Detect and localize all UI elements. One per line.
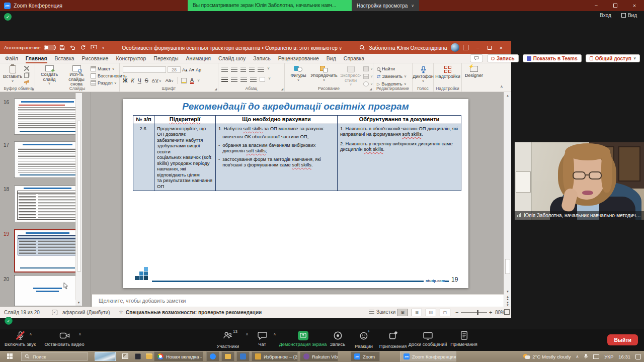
tab-draw[interactable]: Рисование [82, 54, 109, 63]
language-indicator[interactable]: афарский (Джибути) [62, 310, 110, 315]
whiteboards-button[interactable]: Доски сообщений [407, 331, 449, 347]
thumbnail-scroll-down-button[interactable]: ▾ [75, 300, 82, 306]
ppt-close-button[interactable]: × [495, 45, 507, 51]
shapes-button[interactable]: Фигуры∨ [289, 66, 308, 81]
italic-icon[interactable]: К [131, 77, 134, 83]
align-left-icon[interactable] [221, 77, 228, 82]
char-spacing-icon[interactable]: A̲V̲∨ [152, 78, 162, 83]
font-size-box[interactable]: 28 [168, 66, 181, 73]
taskbar-chrome-window[interactable]: Новая вкладка - Go... [154, 351, 203, 361]
tab-record[interactable]: Запись [253, 54, 270, 63]
grow-font-icon[interactable]: А▴ [182, 67, 188, 72]
change-case-icon[interactable]: Aa∨ [166, 78, 174, 83]
zoom-slider-thumb[interactable] [477, 310, 478, 315]
tab-slideshow[interactable]: Слайд-шоу [218, 54, 246, 63]
taskbar-zoom-window[interactable]: zm Zoom [351, 351, 380, 361]
slideshow-icon[interactable] [91, 45, 97, 50]
underline-icon[interactable]: Ч [138, 77, 141, 83]
new-slide-button[interactable]: Создать слайд∨ [37, 65, 61, 85]
thumbnail-scrollbar[interactable] [75, 93, 82, 300]
view-button[interactable]: Вид [621, 13, 637, 18]
zoom-out-button[interactable]: − [455, 309, 458, 315]
arrange-button[interactable]: Упорядочить∨ [310, 66, 338, 81]
notes-pane[interactable]: Щелкните, чтобы добавить заметки [92, 294, 504, 307]
file-explorer-icon[interactable] [146, 353, 152, 359]
tab-file[interactable]: Файл [5, 54, 18, 63]
shape-outline-icon[interactable]: ∨ [363, 74, 373, 79]
ppt-minimize-button[interactable]: − [472, 45, 484, 51]
clear-format-icon[interactable]: Ар [196, 67, 201, 72]
reuse-slides-button[interactable]: Исп-ть слайды снова [63, 65, 90, 87]
minimize-button[interactable]: − [587, 0, 606, 11]
designer-button[interactable]: ⚡ Designer [463, 66, 485, 78]
comment-button[interactable] [470, 54, 483, 62]
paste-button[interactable]: Вставить ∨ [4, 65, 21, 82]
annotations-button[interactable]: Примечания [448, 331, 480, 347]
tray-mic-icon[interactable] [584, 353, 588, 359]
view-options-button[interactable]: Настройки просмотра ∨ [352, 0, 419, 11]
pane-divider[interactable] [91, 92, 91, 307]
scroll-down-icon[interactable]: ▾ [504, 289, 511, 294]
accessibility-status[interactable]: Специальные возможности: проверьте реком… [126, 310, 262, 315]
slide-scrollbar-thumb[interactable] [505, 259, 510, 274]
taskbar-search[interactable]: Поиск [21, 352, 88, 361]
copy-icon[interactable] [24, 73, 29, 78]
tab-help[interactable]: Справка [344, 54, 364, 63]
align-right-icon[interactable] [240, 77, 247, 82]
reading-view-button[interactable]: ▤ [426, 309, 436, 316]
thumbnail-scrollbar-thumb[interactable] [77, 121, 81, 272]
font-dialog-launcher[interactable]: ◢ [214, 87, 217, 90]
taskbar-zoom-app[interactable] [206, 351, 219, 361]
tab-insert[interactable]: Вставка [55, 54, 74, 63]
start-button[interactable] [7, 353, 13, 359]
tray-expand-icon[interactable]: ∧ [576, 354, 579, 359]
autosave-toggle[interactable] [44, 45, 56, 50]
tray-display-icon[interactable] [593, 354, 599, 359]
notes-toggle-button[interactable]: Заметки [369, 309, 395, 315]
tab-view[interactable]: Вид [327, 54, 336, 63]
slide-sorter-view-button[interactable]: ⊞ [412, 309, 422, 316]
tab-home[interactable]: Главная [26, 54, 47, 63]
next-slide-button[interactable]: ▾▾ [504, 301, 511, 306]
clock[interactable]: 16:31 [618, 354, 630, 359]
paragraph-dialog-launcher[interactable]: ◢ [281, 87, 283, 90]
audio-options-chevron-icon[interactable]: ∧ [29, 332, 32, 336]
taskbar-favorites-window[interactable]: Избранное – (22697) [252, 351, 298, 361]
line-spacing-icon[interactable] [258, 67, 264, 72]
avatar[interactable] [451, 43, 459, 52]
task-view-icon[interactable] [122, 353, 128, 359]
undo-icon[interactable] [69, 45, 75, 50]
apps-button[interactable]: Приложения [378, 331, 408, 349]
show-in-teams-button[interactable]: Показать в Teams [523, 54, 582, 62]
strikethrough-icon[interactable]: S [145, 77, 148, 83]
clipboard-dialog-launcher[interactable]: ◢ [31, 87, 34, 90]
notification-center-icon[interactable] [635, 354, 641, 359]
taskbar-viber-window[interactable]: Rakuten Viber [300, 351, 338, 361]
user-name[interactable]: Заболотна Юлія Олександрівна [369, 45, 447, 51]
slideshow-view-button[interactable]: ▢ [440, 309, 450, 316]
record-button[interactable]: Запись [487, 54, 519, 62]
bold-icon[interactable]: Ж [123, 77, 128, 83]
zoom-slider-track[interactable] [461, 312, 487, 313]
font-name-box[interactable] [123, 66, 166, 73]
justify-icon[interactable] [250, 77, 257, 82]
ppt-restore-button[interactable] [488, 45, 492, 51]
highlight-icon[interactable] [181, 78, 187, 83]
increase-indent-icon[interactable] [249, 67, 255, 72]
taskbar-folder-window[interactable] [221, 351, 234, 361]
ribbon-display-icon[interactable] [463, 45, 468, 50]
customize-qat-icon[interactable]: ∨ [102, 46, 104, 50]
participants-button[interactable]: 13 Участники [211, 331, 245, 349]
taskbar-app-window[interactable] [236, 351, 250, 361]
security-shield-icon[interactable]: ✓ [4, 13, 12, 21]
slide-thumbnail-16[interactable] [14, 99, 81, 135]
pinned-app-icon[interactable] [135, 353, 141, 359]
find-button[interactable]: Найти [377, 66, 407, 71]
normal-view-button[interactable]: ▣ [397, 309, 408, 316]
zoom-in-button[interactable]: + [489, 309, 492, 315]
save-location-chevron-icon[interactable]: ∨ [339, 46, 342, 51]
close-button[interactable]: × [625, 0, 644, 11]
columns-icon[interactable] [260, 77, 265, 82]
chat-button[interactable]: Чат [253, 331, 271, 347]
dictate-button[interactable]: Диктофон∨ [413, 66, 434, 82]
